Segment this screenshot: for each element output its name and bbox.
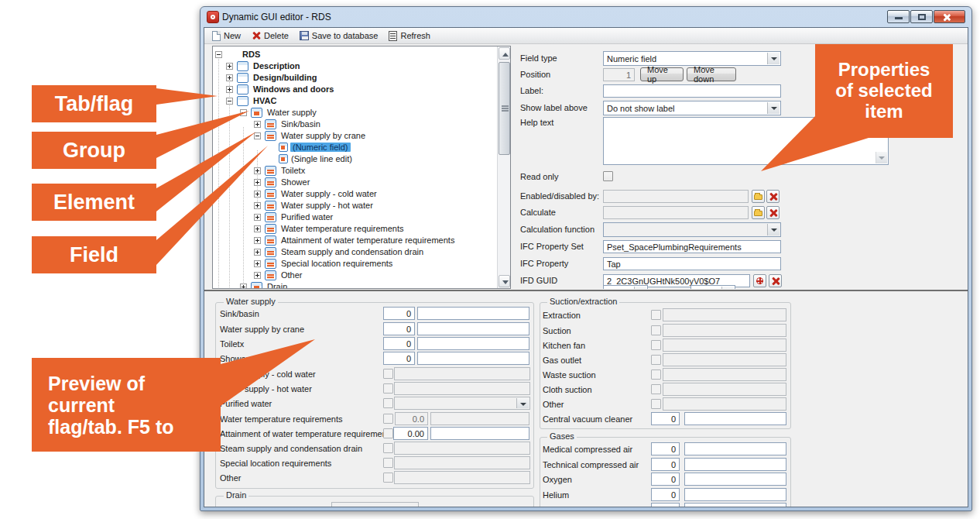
tree-node-description[interactable]: Description: [213, 60, 510, 72]
gas-outlet-checkbox[interactable]: [651, 355, 661, 365]
tree-scrollbar[interactable]: [497, 46, 510, 288]
tree-node-numeric-field[interactable]: (Numeric field): [213, 142, 510, 153]
suction-other-checkbox[interactable]: [651, 399, 661, 409]
move-down-button[interactable]: Move down: [687, 67, 736, 81]
clear-enabled-by-button[interactable]: [766, 190, 780, 203]
purified-water-checkbox[interactable]: [383, 398, 393, 408]
clear-calculate-button[interactable]: [766, 206, 780, 219]
tree-node-water-supply[interactable]: Water supply: [213, 107, 510, 119]
calculate-input[interactable]: [603, 206, 749, 219]
tree-node-cold-water[interactable]: Water supply - cold water: [213, 188, 510, 200]
suction-checkbox[interactable]: [651, 325, 661, 335]
expand-expander-icon[interactable]: [254, 225, 261, 232]
crane-text-input[interactable]: [417, 322, 529, 335]
sink-basin-number-input[interactable]: 0: [383, 307, 415, 320]
cloth-suction-checkbox[interactable]: [651, 384, 661, 394]
central-vacuum-number-input[interactable]: 0: [651, 412, 680, 425]
expand-expander-icon[interactable]: [226, 86, 233, 93]
crane-number-input[interactable]: 0: [383, 322, 415, 335]
steam-checkbox[interactable]: [383, 443, 393, 453]
attainment-number-input[interactable]: 0.00: [393, 427, 428, 440]
technical-air-number-input[interactable]: 0: [651, 458, 680, 471]
ifc-property-input[interactable]: Tap: [603, 257, 781, 270]
tree-node-special-location[interactable]: Special location requirements: [213, 258, 510, 270]
expand-expander-icon[interactable]: [254, 202, 261, 209]
chevron-down-icon[interactable]: [767, 224, 780, 235]
tree-node-windows-doors[interactable]: Windows and doors: [213, 84, 510, 95]
tree-node-sink-basin[interactable]: Sink/basin: [213, 119, 510, 130]
central-vacuum-text-input[interactable]: [684, 412, 786, 425]
ifc-property-set-input[interactable]: Pset_SpacePlumbingRequirements: [603, 240, 781, 253]
extraction-checkbox[interactable]: [651, 310, 661, 320]
tree-node-hot-water[interactable]: Water supply - hot water: [213, 200, 510, 211]
kitchen-fan-checkbox[interactable]: [651, 340, 661, 350]
waste-suction-checkbox[interactable]: [651, 369, 661, 380]
other-checkbox[interactable]: [383, 473, 393, 483]
tree-node-single-line-edit[interactable]: (Single line edit): [213, 153, 510, 165]
expand-expander-icon[interactable]: [240, 284, 247, 289]
toiletx-text-input[interactable]: [417, 337, 529, 350]
tree-node-shower[interactable]: Shower: [213, 177, 510, 188]
refresh-button[interactable]: Refresh: [385, 30, 435, 42]
medical-air-number-input[interactable]: 0: [651, 442, 680, 455]
tree-node-attainment[interactable]: Attainment of water temperature requirem…: [213, 235, 510, 246]
tree-node-water-temp-req[interactable]: Water temperature requirements: [213, 223, 510, 235]
attainment-text-input[interactable]: [430, 427, 529, 440]
height-combobox[interactable]: [690, 285, 735, 289]
expand-expander-icon[interactable]: [254, 167, 261, 174]
tree-node-rds[interactable]: RDS: [213, 49, 510, 60]
tree-node-toiletx[interactable]: Toiletx: [213, 165, 510, 177]
shower-number-input[interactable]: 0: [383, 352, 415, 365]
technical-air-text-input[interactable]: [684, 458, 786, 471]
move-up-button[interactable]: Move up: [640, 67, 684, 81]
scroll-down-icon[interactable]: [499, 275, 510, 287]
collapse-expander-icon[interactable]: [254, 132, 261, 139]
splitter[interactable]: [204, 290, 968, 291]
enabled-disabled-by-input[interactable]: [603, 190, 749, 203]
sink-basin-text-input[interactable]: [417, 307, 529, 320]
helium-text-input[interactable]: [684, 488, 786, 501]
pick-field-button[interactable]: [752, 190, 765, 203]
cold-water-checkbox[interactable]: [383, 369, 393, 379]
helium-number-input[interactable]: 0: [651, 488, 680, 501]
tree-node-water-supply-by-crane[interactable]: Water supply by crane: [213, 130, 510, 142]
collapse-expander-icon[interactable]: [240, 109, 247, 116]
chevron-down-icon[interactable]: [634, 287, 646, 289]
pick-calculate-button[interactable]: [752, 206, 765, 219]
width-combobox[interactable]: [603, 285, 648, 289]
field-type-combobox[interactable]: Numeric field: [603, 51, 781, 66]
maximize-button[interactable]: [910, 10, 933, 23]
ifd-lookup-button[interactable]: [753, 274, 766, 287]
chevron-down-icon[interactable]: [767, 53, 780, 64]
collapse-expander-icon[interactable]: [226, 98, 233, 105]
expand-expander-icon[interactable]: [254, 121, 261, 128]
scroll-up-icon[interactable]: [499, 47, 510, 60]
close-button[interactable]: [934, 10, 965, 23]
tree-node-hvac[interactable]: HVAC: [213, 95, 510, 107]
medical-air-text-input[interactable]: [684, 442, 786, 455]
shower-text-input[interactable]: [417, 352, 529, 365]
scrollbar-thumb[interactable]: [499, 62, 510, 155]
expand-expander-icon[interactable]: [254, 214, 261, 221]
tree-node-drain[interactable]: Drain: [213, 281, 510, 289]
collapse-expander-icon[interactable]: [215, 51, 222, 58]
oxygen-text-input[interactable]: [684, 473, 786, 486]
read-only-checkbox[interactable]: [603, 171, 613, 181]
expand-expander-icon[interactable]: [254, 260, 261, 267]
oxygen-number-input[interactable]: 0: [651, 473, 680, 486]
label-input[interactable]: [603, 84, 781, 98]
expand-expander-icon[interactable]: [254, 272, 261, 279]
water-temp-checkbox[interactable]: [383, 414, 393, 424]
chevron-down-icon[interactable]: [721, 287, 734, 289]
delete-button[interactable]: Delete: [248, 30, 293, 41]
expand-expander-icon[interactable]: [226, 63, 233, 70]
tree-node-purified-water[interactable]: Purified water: [213, 211, 510, 223]
expand-expander-icon[interactable]: [226, 74, 233, 81]
tree-node-steam-supply[interactable]: Steam supply and condensation drain: [213, 246, 510, 258]
hot-water-checkbox[interactable]: [383, 383, 393, 394]
clear-ifd-guid-button[interactable]: [769, 274, 782, 287]
show-label-above-combobox[interactable]: Do not show label: [603, 101, 781, 115]
tree-node-design-building[interactable]: Design/building: [213, 72, 510, 84]
scroll-down-icon[interactable]: [875, 152, 887, 163]
attainment-checkbox[interactable]: [383, 428, 393, 438]
